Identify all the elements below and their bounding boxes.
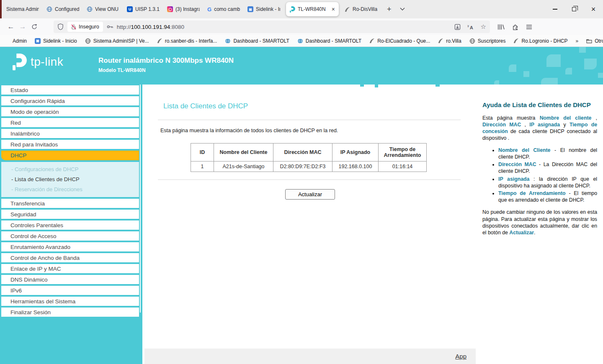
sidebar-item-dns-dinamico[interactable]: DNS Dinámico xyxy=(1,275,139,284)
sidebar-item-enrutamiento-avanzado[interactable]: Enrutamiento Avanzado xyxy=(1,242,139,251)
svg-text:x: x xyxy=(467,24,469,28)
close-button[interactable]: × xyxy=(584,0,603,18)
sidebar-item-control-de-acceso[interactable]: Control de Acceso xyxy=(1,231,139,241)
sidebar-item-estado[interactable]: Estado xyxy=(1,85,139,95)
tab-close-icon[interactable]: × xyxy=(332,6,335,12)
window-edge xyxy=(0,0,2,18)
tab-google-search[interactable]: G como cambiar de xyxy=(204,0,244,18)
help-bullet: Dirección MAC - La Dirección MAC del cli… xyxy=(498,161,597,174)
tab-sidelink[interactable]: ▣ Sidelink - Inicio xyxy=(244,0,284,18)
app-link[interactable]: App xyxy=(455,353,466,360)
sidebar-item-enlace-ip-mac[interactable]: Enlace de IP y MAC xyxy=(1,264,139,273)
help-bullet: IP asignada : la dirección IP que el dis… xyxy=(498,176,597,189)
save-page-icon[interactable] xyxy=(454,24,461,30)
bookmark-ro-logronio[interactable]: Ro.Logronio - DHCP xyxy=(513,38,567,44)
sidebar-item-controles-parentales[interactable]: Controles Parentales xyxy=(1,220,139,230)
folder-icon xyxy=(586,38,592,44)
menu-hamburger-icon[interactable] xyxy=(526,24,532,30)
bookmark-dashboard-smartolt-2[interactable]: Dashboard - SMARTOLT xyxy=(297,38,361,44)
back-button[interactable]: ← xyxy=(5,21,17,33)
submenu-item-reservacion-direcciones[interactable]: - Reservación de Direcciones xyxy=(1,184,139,194)
library-icon[interactable] xyxy=(497,24,505,30)
sidebar-item-dhcp-active[interactable]: DHCP xyxy=(1,151,139,160)
col-header-ip: IP Asignado xyxy=(332,144,379,161)
toolbar-right-icons xyxy=(497,24,532,30)
minimize-button[interactable] xyxy=(545,0,564,18)
tab-view-onu[interactable]: View ONU - SMA xyxy=(83,0,123,18)
sidebar-item-red[interactable]: Red xyxy=(1,118,139,127)
sidelink-icon: ▣ xyxy=(247,6,253,12)
help-note: No puede cambiar ninguno de los valores … xyxy=(482,209,597,236)
submenu-item-configuraciones-dhcp[interactable]: - Configuraciones de DHCP xyxy=(1,164,139,174)
tab-configured-onu[interactable]: Configured ONU xyxy=(43,0,83,18)
tplink-icon xyxy=(290,6,295,13)
address-bar[interactable]: Inseguro http://100.100.191.94:8080 xA ☆ xyxy=(54,21,490,33)
mikrotik-swoosh-icon xyxy=(345,7,350,12)
router-model: Modelo TL-WR840N xyxy=(98,67,146,73)
sidebar-menu: Estado Configuración Rápida Modo de oper… xyxy=(0,85,142,364)
cell-mac: D2:80:D9:7E:D2:F3 xyxy=(273,161,332,172)
sidebar-item-configuracion-rapida[interactable]: Configuración Rápida xyxy=(1,96,139,105)
sidebar-item-modo-de-operacion[interactable]: Modo de operación xyxy=(1,107,139,116)
submenu-item-lista-clientes-dhcp-active[interactable]: - Lista de Clientes de DHCP xyxy=(1,174,139,184)
bookmark-suscriptores[interactable]: Suscriptores xyxy=(469,38,506,44)
tab-instagram[interactable]: (3) Instagram xyxy=(163,0,204,18)
forward-button[interactable]: → xyxy=(17,21,28,33)
dhcp-submenu: - Configuraciones de DHCP - Lista de Cli… xyxy=(1,162,139,197)
refresh-button[interactable]: Actualizar xyxy=(285,189,335,200)
globe-icon xyxy=(469,38,475,44)
tplink-logo: tp-link xyxy=(13,54,63,70)
sidebar-item-herramientas-del-sistema[interactable]: Herramientas del Sistema xyxy=(1,297,139,306)
help-bullet: Tiempo de Arrendamiento - El tiempo que … xyxy=(498,190,597,203)
help-bullet: Nombre del Cliente - El nombre del clien… xyxy=(498,147,597,160)
window-controls: × xyxy=(545,0,603,18)
list-tabs-chevron-icon[interactable] xyxy=(400,8,405,11)
bookmarks-overflow-chevron[interactable]: » xyxy=(575,38,578,44)
router-page: Estado Configuración Rápida Modo de oper… xyxy=(0,85,603,364)
table-header-row: ID Nombre del Cliente Dirección MAC IP A… xyxy=(191,144,427,161)
bookmark-sidelink[interactable]: ▣ Sidelink - Inicio xyxy=(35,38,77,44)
mikrotik-swoosh-icon xyxy=(438,38,443,44)
sidebar-item-finalizar-sesion[interactable]: Finalizar Sesión xyxy=(1,308,139,317)
restore-button[interactable] xyxy=(564,0,584,18)
key-icon xyxy=(107,25,113,29)
bookmark-sistema-adminisp[interactable]: Sistema AdminISP | Ve... xyxy=(85,38,149,44)
sidebar-item-transferencia[interactable]: Transferencia xyxy=(1,199,139,208)
google-icon: G xyxy=(207,6,211,13)
tab-uisp[interactable]: U UISP 1.3.11 | 192 xyxy=(123,0,163,18)
bookmark-others-folder[interactable]: Otros marcadores xyxy=(586,38,603,44)
tab-ro-disvilla[interactable]: Ro-DisVilla - Inte xyxy=(341,0,381,18)
tab-tl-wr840n-active[interactable]: TL-WR840N × xyxy=(286,2,339,16)
tab-sistema-adminisp[interactable]: Sistema AdminISP | V xyxy=(3,0,43,18)
bookmark-dashboard-smartolt[interactable]: Dashboard - SMARTOLT xyxy=(225,38,289,44)
button-row: Actualizar xyxy=(144,189,476,200)
bookmark-star-icon[interactable]: ☆ xyxy=(481,23,486,31)
globe-icon xyxy=(46,6,52,12)
page-title: Lista de Clientes de DHCP xyxy=(163,102,248,110)
mikrotik-swoosh-icon xyxy=(513,38,519,44)
col-header-id: ID xyxy=(191,144,214,161)
security-chip[interactable]: Inseguro xyxy=(67,22,103,32)
mikrotik-swoosh-icon xyxy=(369,38,375,44)
sidelink-icon: ▣ xyxy=(35,38,41,44)
bookmark-ro-elcuadrado[interactable]: Ro-ElCuadrado - Que... xyxy=(369,38,430,44)
new-tab-button[interactable]: + xyxy=(387,5,392,14)
translate-icon[interactable]: xA xyxy=(467,24,474,30)
svg-text:A: A xyxy=(469,25,473,30)
url-text[interactable]: http://100.100.191.94:8080 xyxy=(117,24,184,30)
bookmark-ro-sanber[interactable]: ro.sanber-dis - Interfa... xyxy=(157,38,217,44)
shield-icon[interactable] xyxy=(57,23,64,30)
sidebar-item-control-ancho-de-banda[interactable]: Control de Ancho de Banda xyxy=(1,253,139,262)
sidebar-item-red-para-invitados[interactable]: Red para Invitados xyxy=(1,140,139,149)
bookmark-admin[interactable]: Admin xyxy=(13,38,27,44)
sidebar-item-ipv6[interactable]: IPv6 xyxy=(1,286,139,295)
reload-button[interactable] xyxy=(28,21,40,33)
divider xyxy=(158,179,461,180)
page-description: Esta página muestra la información de to… xyxy=(160,128,338,133)
sidebar-item-inalambrico[interactable]: Inalámbrico xyxy=(1,129,139,138)
instagram-icon xyxy=(167,6,173,12)
cell-nombre: A21s-de-Santiago xyxy=(214,161,273,172)
bookmark-ro-villa[interactable]: ro.Villa xyxy=(438,38,461,44)
sidebar-item-seguridad[interactable]: Seguridad xyxy=(1,210,139,219)
extensions-puzzle-icon[interactable] xyxy=(512,24,518,30)
